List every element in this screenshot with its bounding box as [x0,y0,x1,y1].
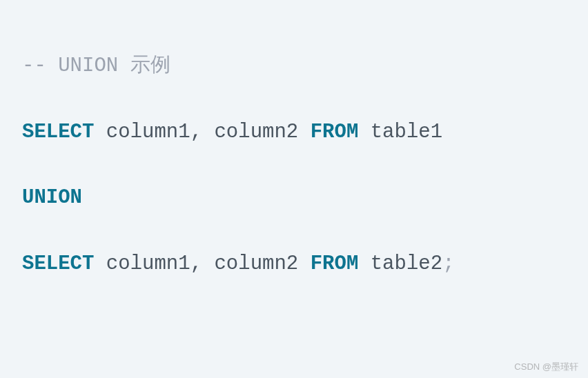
code-line-blank [22,314,566,347]
keyword-select: SELECT [22,252,94,275]
sql-code-block: -- UNION 示例 SELECT column1, column2 FROM… [22,17,566,378]
code-line-union: UNION [22,181,566,215]
table-name: table1 [358,121,442,143]
columns-text: column1, column2 [94,121,310,143]
keyword-union: UNION [22,186,82,209]
keyword-from: FROM [311,252,359,275]
comment-token: -- [22,54,58,77]
keyword-from: FROM [311,121,359,143]
code-line-select: SELECT column1, column2 FROM table2; [22,248,566,281]
code-line-select: SELECT column1, column2 FROM table1 [22,116,566,149]
table-name: table2 [358,252,442,275]
watermark-text: CSDN @墨瑾轩 [514,359,578,374]
semicolon: ; [442,252,454,275]
comment-text: UNION 示例 [58,54,170,77]
keyword-select: SELECT [22,121,94,143]
code-line-comment: -- UNION 示例 [22,50,566,83]
columns-text: column1, column2 [94,252,310,275]
